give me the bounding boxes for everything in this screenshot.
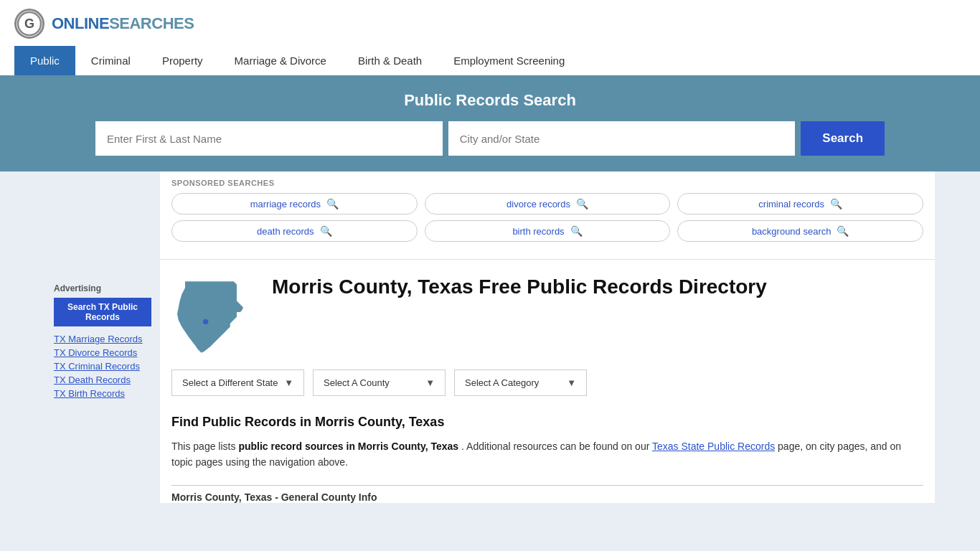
header: G ONLINESEARCHES Public Criminal Propert… bbox=[0, 0, 980, 75]
search-icon: 🔍 bbox=[570, 225, 583, 237]
tag-divorce[interactable]: divorce records 🔍 bbox=[425, 193, 671, 215]
main-area: Advertising Search TX Public Records TX … bbox=[45, 171, 935, 503]
tag-background[interactable]: background search 🔍 bbox=[677, 220, 923, 242]
search-icon: 🔍 bbox=[326, 198, 339, 209]
nav-item-marriage[interactable]: Marriage & Divorce bbox=[219, 46, 342, 75]
search-tags-row-2: death records 🔍 birth records 🔍 backgrou… bbox=[171, 220, 923, 242]
chevron-down-icon: ▼ bbox=[425, 377, 435, 388]
sidebar: Advertising Search TX Public Records TX … bbox=[45, 171, 160, 503]
find-records-title: Find Public Records in Morris County, Te… bbox=[171, 415, 923, 430]
logo-area: G ONLINESEARCHES bbox=[14, 9, 966, 46]
county-dropdown[interactable]: Select A County ▼ bbox=[313, 369, 446, 396]
texas-state-link[interactable]: Texas State Public Records bbox=[652, 441, 775, 452]
chevron-down-icon: ▼ bbox=[284, 377, 293, 388]
texas-map-icon bbox=[171, 274, 258, 362]
search-banner: Public Records Search Search bbox=[0, 75, 980, 171]
site-logo-text: ONLINESEARCHES bbox=[52, 14, 194, 33]
sidebar-link-criminal[interactable]: TX Criminal Records bbox=[54, 361, 151, 372]
county-dropdown-label: Select A County bbox=[324, 377, 390, 388]
svg-point-2 bbox=[203, 319, 208, 324]
bottom-title: Morris County, Texas - General County In… bbox=[171, 491, 923, 503]
tag-marriage[interactable]: marriage records 🔍 bbox=[171, 193, 418, 215]
state-dropdown[interactable]: Select a Different State ▼ bbox=[171, 369, 304, 396]
content-area: SPONSORED SEARCHES marriage records 🔍 di… bbox=[160, 171, 935, 503]
svg-text:G: G bbox=[24, 17, 34, 31]
sponsored-area: SPONSORED SEARCHES marriage records 🔍 di… bbox=[160, 171, 935, 260]
sidebar-link-marriage[interactable]: TX Marriage Records bbox=[54, 334, 151, 344]
main-nav: Public Criminal Property Marriage & Divo… bbox=[14, 46, 966, 75]
bottom-info: Morris County, Texas - General County In… bbox=[160, 478, 935, 503]
tag-birth[interactable]: birth records 🔍 bbox=[425, 220, 671, 242]
sidebar-link-divorce[interactable]: TX Divorce Records bbox=[54, 347, 151, 358]
county-title: Morris County, Texas Free Public Records… bbox=[272, 274, 923, 299]
search-tx-button[interactable]: Search TX Public Records bbox=[54, 298, 151, 326]
search-icon: 🔍 bbox=[837, 225, 849, 237]
dropdowns-row: Select a Different State ▼ Select A Coun… bbox=[160, 369, 935, 408]
tag-death[interactable]: death records 🔍 bbox=[171, 220, 418, 242]
county-title-area: Morris County, Texas Free Public Records… bbox=[272, 274, 923, 299]
name-input[interactable] bbox=[95, 121, 443, 156]
find-records-desc: This page lists public record sources in… bbox=[171, 438, 923, 471]
sidebar-link-death[interactable]: TX Death Records bbox=[54, 375, 151, 385]
search-button[interactable]: Search bbox=[801, 121, 885, 156]
tag-criminal[interactable]: criminal records 🔍 bbox=[677, 193, 923, 215]
nav-item-employment[interactable]: Employment Screening bbox=[438, 46, 580, 75]
search-banner-title: Public Records Search bbox=[14, 91, 966, 110]
category-dropdown[interactable]: Select A Category ▼ bbox=[454, 369, 587, 396]
search-tags-row-1: marriage records 🔍 divorce records 🔍 cri… bbox=[171, 193, 923, 215]
divider bbox=[171, 485, 923, 486]
sponsored-label: SPONSORED SEARCHES bbox=[171, 179, 923, 187]
chevron-down-icon: ▼ bbox=[567, 377, 576, 388]
city-input[interactable] bbox=[448, 121, 796, 156]
county-area: Morris County, Texas Free Public Records… bbox=[160, 260, 935, 369]
state-dropdown-label: Select a Different State bbox=[182, 377, 278, 388]
search-icon: 🔍 bbox=[830, 198, 842, 209]
nav-item-criminal[interactable]: Criminal bbox=[75, 46, 146, 75]
search-row: Search bbox=[95, 121, 885, 156]
search-icon: 🔍 bbox=[320, 225, 332, 237]
logo-icon: G bbox=[14, 9, 44, 39]
find-records-section: Find Public Records in Morris County, Te… bbox=[160, 408, 935, 478]
nav-item-birth[interactable]: Birth & Death bbox=[342, 46, 438, 75]
nav-item-property[interactable]: Property bbox=[146, 46, 219, 75]
category-dropdown-label: Select A Category bbox=[465, 377, 539, 388]
advertising-label: Advertising bbox=[54, 283, 151, 293]
nav-item-public[interactable]: Public bbox=[14, 46, 75, 75]
sidebar-link-birth[interactable]: TX Birth Records bbox=[54, 388, 151, 399]
search-icon: 🔍 bbox=[576, 198, 588, 209]
